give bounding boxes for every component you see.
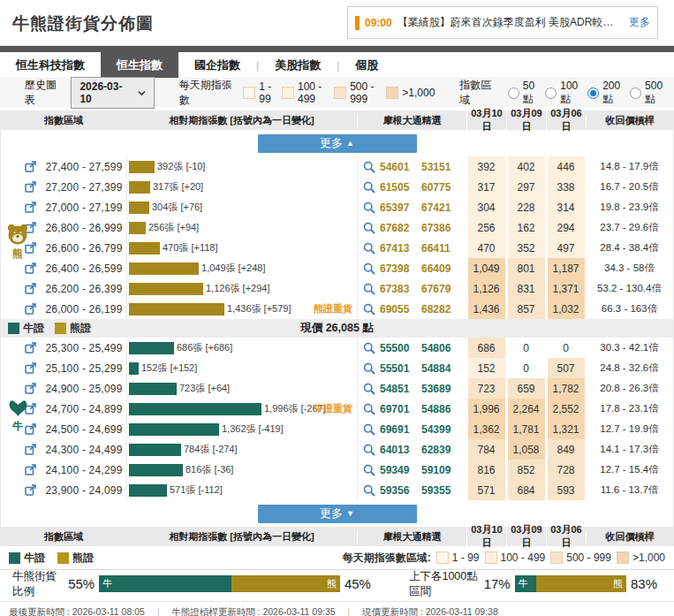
- news-more-link[interactable]: 更多: [625, 15, 650, 30]
- volume-bar-cell: 256張 [+94]: [126, 217, 357, 238]
- cbbc-code-link[interactable]: 61505: [380, 181, 421, 194]
- search-icon[interactable]: [357, 378, 380, 399]
- tab-恒生指數[interactable]: 恒生指數: [101, 52, 178, 78]
- search-icon[interactable]: [357, 258, 380, 278]
- bear-badge: 熊: [3, 224, 33, 262]
- cbbc-code-link[interactable]: 67413: [380, 242, 421, 255]
- external-link-icon[interactable]: [1, 444, 42, 455]
- tab-國企指數[interactable]: 國企指數: [178, 52, 256, 78]
- search-icon[interactable]: [357, 338, 380, 358]
- zone-radio-500點[interactable]: 500點: [630, 80, 665, 107]
- cbbc-distribution-page: 牛熊證街貨分佈圖 09:00 【業績股】蔚來首次錄季度盈利 美股ADR較港股上日…: [0, 0, 674, 616]
- cbbc-code-link[interactable]: 67679: [421, 283, 466, 295]
- external-link-icon[interactable]: [1, 383, 42, 394]
- search-icon[interactable]: [357, 358, 380, 378]
- more-down-button[interactable]: 更多▼: [258, 505, 417, 523]
- cbbc-code-link[interactable]: 59356: [380, 484, 421, 497]
- cbbc-code-link[interactable]: 59355: [421, 484, 466, 497]
- volume-bar-label: 784張 [-274]: [184, 443, 238, 456]
- external-link-icon[interactable]: [1, 484, 42, 496]
- search-icon[interactable]: [357, 399, 380, 419]
- cbbc-code-link[interactable]: 59109: [421, 464, 466, 476]
- tab-美股指數[interactable]: 美股指數: [259, 52, 337, 78]
- cbbc-code-link[interactable]: 54851: [380, 383, 421, 395]
- search-icon[interactable]: [357, 238, 380, 258]
- bucket-range-label: 1 - 99: [452, 551, 480, 564]
- search-icon[interactable]: [357, 460, 380, 480]
- external-link-icon[interactable]: [1, 464, 42, 475]
- search-icon[interactable]: [357, 197, 380, 217]
- zone-radio-100點[interactable]: 100點: [545, 80, 580, 107]
- radio-icon[interactable]: [587, 87, 599, 99]
- external-link-icon[interactable]: [1, 202, 42, 213]
- cbbc-code-link[interactable]: 55500: [380, 342, 421, 354]
- col-date3: 03月06日: [546, 107, 586, 133]
- cbbc-code-link[interactable]: 62839: [421, 444, 466, 456]
- cbbc-code-link[interactable]: 66411: [421, 242, 466, 255]
- tab-恒生科技指數[interactable]: 恒生科技指數: [0, 52, 101, 78]
- zone-radio-200點[interactable]: 200點: [587, 80, 623, 107]
- radio-icon[interactable]: [630, 87, 641, 99]
- search-icon[interactable]: [357, 480, 380, 500]
- volume-bar-cell: 317張 [+20]: [126, 177, 357, 197]
- daily-volume-label: 每天期指張數: [179, 78, 233, 108]
- search-icon[interactable]: [357, 439, 380, 460]
- cbbc-code-link[interactable]: 69691: [380, 423, 421, 436]
- cbbc-code-link[interactable]: 65397: [380, 202, 421, 214]
- volume-bar-cell: 686張 [+686]: [126, 338, 357, 358]
- external-link-icon[interactable]: [1, 181, 42, 193]
- search-icon[interactable]: [357, 156, 380, 177]
- cbbc-code-link[interactable]: 59349: [380, 464, 421, 476]
- tab-個股[interactable]: 個股: [339, 52, 394, 78]
- cbbc-code-link[interactable]: 54399: [421, 423, 466, 436]
- search-icon[interactable]: [357, 419, 380, 439]
- search-icon[interactable]: [357, 299, 380, 319]
- more-up-bar: 更多▲: [1, 130, 673, 156]
- radio-icon[interactable]: [545, 87, 557, 99]
- volume-bar-cell: 392張 [-10]: [126, 156, 357, 177]
- bucket-legend-item: 1 - 99: [243, 80, 276, 105]
- cbbc-code-link[interactable]: 54601: [380, 161, 421, 173]
- cbbc-code-link[interactable]: 69701: [380, 403, 421, 415]
- volume-day1: 317: [468, 177, 505, 197]
- cbbc-code-link[interactable]: 67383: [380, 283, 421, 295]
- cbbc-code-link[interactable]: 54806: [421, 342, 466, 354]
- cbbc-code-link[interactable]: 54884: [421, 362, 466, 375]
- table-row: 24,700 - 24,899 1,996張 [-267] 牛證重貨 69701…: [1, 399, 673, 419]
- external-link-icon[interactable]: [1, 283, 42, 294]
- search-icon[interactable]: [357, 278, 380, 299]
- radio-icon[interactable]: [508, 87, 519, 99]
- more-up-button[interactable]: 更多▲: [258, 134, 417, 153]
- cbbc-code-link[interactable]: 69055: [380, 303, 421, 316]
- external-link-icon[interactable]: [1, 262, 42, 274]
- cbbc-code-link[interactable]: 67682: [380, 222, 421, 234]
- cbbc-code-link[interactable]: 54886: [421, 403, 466, 415]
- search-icon[interactable]: [357, 177, 380, 197]
- external-link-icon[interactable]: [1, 161, 42, 172]
- cbbc-code-link[interactable]: 55501: [380, 362, 421, 375]
- cbbc-code-link[interactable]: 67398: [380, 262, 421, 275]
- news-ticker[interactable]: 09:00 【業績股】蔚來首次錄季度盈利 美股ADR較港股上日收市升近17% .…: [347, 6, 658, 39]
- history-date-dropdown[interactable]: 2026-03-10: [71, 77, 154, 109]
- col-date2: 03月09日: [506, 523, 546, 550]
- bucket-range-label: 500 - 999: [566, 551, 611, 564]
- cbbc-code-link[interactable]: 68282: [421, 303, 466, 316]
- cbbc-code-link[interactable]: 66409: [421, 262, 466, 275]
- cbbc-code-link[interactable]: 60775: [421, 181, 466, 194]
- zone-radio-50點[interactable]: 50點: [508, 80, 539, 107]
- external-link-icon[interactable]: [1, 303, 42, 315]
- cbbc-code-link[interactable]: 53151: [421, 161, 466, 173]
- cbbc-code-link[interactable]: 53689: [421, 383, 466, 395]
- volume-day3: 2,552: [548, 399, 585, 419]
- external-link-icon[interactable]: [1, 362, 42, 374]
- table-row: 26,000 - 26,199 1,436張 [+579] 熊證重貨 69055…: [1, 299, 673, 319]
- bull-legend-label: 牛證: [24, 551, 45, 566]
- volume-bar-label: 1,362張 [-419]: [222, 422, 284, 436]
- cbbc-code-link[interactable]: 64013: [380, 444, 421, 456]
- cbbc-code-link[interactable]: 67421: [421, 202, 466, 214]
- volume-bar-label: 1,049張 [+248]: [201, 262, 265, 275]
- volume-bar-label: 470張 [+118]: [163, 241, 217, 255]
- external-link-icon[interactable]: [1, 342, 42, 354]
- search-icon[interactable]: [357, 217, 380, 238]
- cbbc-code-link[interactable]: 67386: [421, 222, 466, 234]
